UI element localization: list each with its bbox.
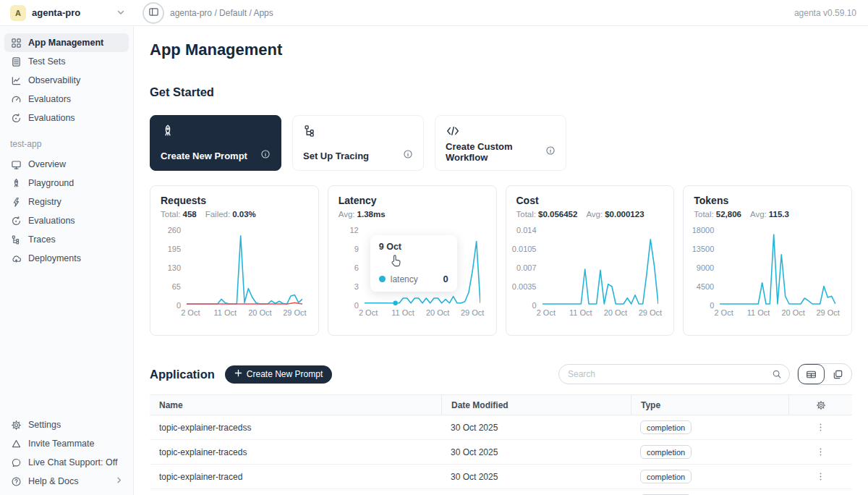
y-axis-labels: 1800013500900045000 (694, 230, 720, 305)
search-icon (772, 369, 782, 379)
sidebar-item-label: Observability (28, 75, 80, 85)
test-sets-icon (10, 56, 22, 67)
sidebar-item-label: Overview (28, 159, 66, 169)
create-new-prompt-card[interactable]: Create New Prompt (150, 115, 281, 171)
sidebar-item-label: Deployments (28, 253, 81, 263)
app-root: A agenta-pro agenta-pro / Default / Apps… (0, 0, 868, 495)
table-row[interactable]: career-assessment 27 Oct 2025 completion (150, 489, 852, 495)
y-axis-labels: 129630 (339, 230, 365, 305)
series-dot-icon (379, 276, 386, 282)
hand-cursor-icon (389, 254, 402, 271)
card-label: Set Up Tracing (303, 151, 369, 161)
sidebar-item-playground[interactable]: Playground (4, 174, 129, 192)
panel-left-icon (148, 7, 159, 20)
create-new-prompt-button[interactable]: Create New Prompt (225, 365, 332, 384)
table-row[interactable]: topic-explainer-traceds 30 Oct 2025 comp… (150, 440, 852, 465)
tokens-chart-card: Tokens Total:52,806 Avg:115.3 1800013500… (683, 185, 852, 336)
sidebar-item-app-management[interactable]: App Management (4, 33, 129, 52)
sidebar-item-evaluators[interactable]: Evaluators (4, 90, 129, 109)
info-icon[interactable] (403, 149, 413, 162)
sidebar-item-evaluations[interactable]: Evaluations (4, 109, 129, 127)
card-view-button[interactable] (825, 364, 851, 384)
workspace-selector[interactable]: A agenta-pro (0, 5, 134, 21)
chart-stats: Avg:1.38ms (339, 210, 486, 219)
chevron-down-icon (116, 7, 125, 20)
column-settings-gear-icon[interactable] (788, 395, 852, 415)
type-badge: completion (640, 470, 692, 483)
set-up-tracing-card[interactable]: Set Up Tracing (292, 115, 424, 171)
tooltip-value: 0 (443, 274, 448, 284)
sidebar-item-app-evaluations[interactable]: Evaluations (4, 211, 129, 230)
sidebar-item-label: App Management (28, 38, 103, 48)
app-name: topic-explainer-tracedss (150, 423, 441, 433)
row-menu-button[interactable] (816, 447, 825, 457)
observability-icon (10, 75, 22, 86)
chart-stats: Total:52,806 Avg:115.3 (694, 210, 841, 219)
sidebar-item-label: Evaluations (28, 113, 75, 123)
refresh-circle-icon (10, 215, 22, 227)
type-badge: completion (640, 420, 692, 434)
sidebar-item-label: Traces (28, 234, 56, 245)
column-header-name: Name (150, 395, 441, 415)
sidebar-item-label: Test Sets (28, 56, 65, 67)
sidebar-item-label: Settings (28, 420, 61, 430)
chevron-right-icon (115, 476, 123, 486)
topbar: A agenta-pro agenta-pro / Default / Apps… (0, 0, 868, 26)
sidebar: App Management Test Sets Observability E… (0, 26, 134, 495)
x-axis-labels: 2 Oct11 Oct20 Oct29 Oct (365, 305, 480, 318)
row-menu-button[interactable] (816, 423, 825, 432)
sidebar-item-help-docs[interactable]: Help & Docs (4, 472, 129, 491)
requests-chart: 260195130650 2 Oct11 Oct20 Oct29 Oct (161, 230, 308, 318)
app-name: topic-explainer-traceds (150, 447, 441, 457)
sidebar-item-registry[interactable]: Registry (4, 192, 129, 211)
workspace-avatar: A (10, 5, 26, 21)
column-header-date-modified: Date Modified (441, 395, 631, 415)
sidebar-item-live-chat[interactable]: Live Chat Support: Off (4, 453, 129, 472)
create-custom-workflow-card[interactable]: Create Custom Workflow (435, 115, 566, 171)
sidebar-item-label: Evaluations (28, 216, 75, 226)
gear-icon (10, 419, 22, 431)
sidebar-item-label: Playground (28, 178, 74, 188)
plus-icon (234, 369, 242, 379)
sidebar-item-label: Evaluators (28, 94, 71, 104)
info-icon[interactable] (260, 149, 271, 162)
sidebar-item-label: Invite Teammate (28, 439, 94, 449)
chart-title: Latency (339, 195, 486, 206)
type-badge: completion (640, 445, 692, 459)
chart-stats: Total:458 Failed:0.03% (161, 210, 308, 219)
sidebar-item-observability[interactable]: Observability (4, 71, 129, 90)
latency-chart-card: Latency Avg:1.38ms 129630 2 Oct11 Oct20 … (328, 185, 497, 336)
chart-title: Requests (161, 195, 308, 206)
sidebar-toggle-button[interactable] (142, 2, 164, 24)
sidebar-item-settings[interactable]: Settings (4, 415, 129, 434)
grid-icon (10, 37, 22, 48)
chart-tooltip: 9 Oct latency 0 (370, 235, 457, 292)
sidebar-item-overview[interactable]: Overview (4, 155, 129, 174)
date-modified: 30 Oct 2025 (441, 472, 631, 482)
column-header-type: Type (631, 395, 788, 415)
workspace-name: agenta-pro (32, 7, 80, 18)
info-icon[interactable] (545, 145, 556, 158)
sidebar-item-test-sets[interactable]: Test Sets (4, 52, 129, 71)
get-started-cards: Create New Prompt Set Up Tracing Create … (150, 115, 852, 171)
sidebar-item-invite-teammate[interactable]: Invite Teammate (4, 434, 129, 453)
refresh-circle-icon (10, 112, 22, 124)
cost-chart-card: Cost Total:$0.056452 Avg:$0.000123 0.014… (506, 185, 675, 336)
sidebar-item-traces[interactable]: Traces (4, 230, 129, 249)
view-toggle (797, 363, 852, 385)
application-section: Application Create New Prompt (150, 363, 852, 495)
search-input[interactable] (559, 369, 772, 379)
sidebar-item-deployments[interactable]: Deployments (4, 249, 129, 268)
tokens-chart: 1800013500900045000 2 Oct11 Oct20 Oct29 … (694, 230, 841, 318)
date-modified: 30 Oct 2025 (441, 447, 631, 457)
x-axis-labels: 2 Oct11 Oct20 Oct29 Oct (187, 305, 302, 318)
table-view-button[interactable] (798, 364, 825, 384)
table-row[interactable]: topic-explainer-tracedss 30 Oct 2025 com… (150, 415, 852, 440)
breadcrumb[interactable]: agenta-pro / Default / Apps (170, 8, 273, 18)
sidebar-item-label: Live Chat Support: Off (28, 457, 117, 468)
row-menu-button[interactable] (816, 472, 825, 481)
get-started-heading: Get Started (150, 85, 852, 99)
cost-chart: 0.0140.01050.0070.00350 2 Oct11 Oct20 Oc… (516, 230, 664, 318)
sidebar-section-label: test-app (0, 127, 133, 155)
table-row[interactable]: topic-explainer-traced 30 Oct 2025 compl… (150, 465, 852, 489)
